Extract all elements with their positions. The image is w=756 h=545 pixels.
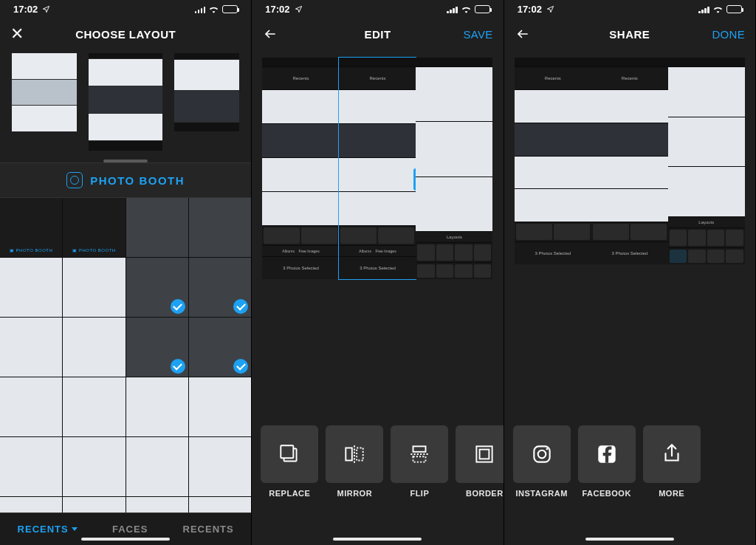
layout-option[interactable] xyxy=(174,53,239,131)
photo-cell[interactable] xyxy=(0,377,62,436)
layout-option[interactable] xyxy=(12,53,77,131)
photo-cell-selected[interactable] xyxy=(189,258,251,317)
layout-option-selected[interactable] xyxy=(89,53,162,151)
photo-cell[interactable] xyxy=(63,377,125,436)
share-tools: INSTAGRAM FACEBOOK MORE xyxy=(504,425,755,498)
save-button[interactable]: SAVE xyxy=(464,28,493,41)
tool-label: INSTAGRAM xyxy=(513,489,571,498)
tool-label: FLIP xyxy=(391,489,448,498)
photo-cell[interactable] xyxy=(63,497,125,513)
svg-rect-2 xyxy=(346,448,353,461)
status-time: 17:02 xyxy=(265,4,289,15)
photo-cell[interactable]: ▣ PHOTO BOOTH xyxy=(63,198,125,257)
status-bar: 17:02 xyxy=(252,0,503,18)
battery-icon xyxy=(222,5,238,13)
collage-column[interactable]: Recents Albums Free Images 3 Photos Sele… xyxy=(262,58,339,279)
tool-replace[interactable] xyxy=(261,425,318,483)
wifi-icon xyxy=(208,4,219,13)
share-facebook[interactable] xyxy=(578,425,636,483)
collage-column-selected[interactable]: Recents Albums Free Images 3 Photos Sele… xyxy=(339,58,416,279)
photo-cell[interactable] xyxy=(0,318,62,377)
tab-recents-active[interactable]: RECENTS xyxy=(18,524,78,535)
photo-cell[interactable]: ▣ PHOTO BOOTH xyxy=(0,198,62,257)
svg-point-12 xyxy=(546,448,548,450)
photo-cell-selected[interactable] xyxy=(126,318,188,377)
location-icon xyxy=(295,5,303,13)
photo-cell[interactable] xyxy=(0,258,62,317)
photo-cell[interactable] xyxy=(0,437,62,496)
back-icon[interactable] xyxy=(515,27,531,41)
page-title: CHOOSE LAYOUT xyxy=(75,28,176,41)
wifi-icon xyxy=(461,4,472,13)
photo-cell[interactable] xyxy=(0,497,62,513)
back-icon[interactable] xyxy=(262,27,278,41)
screen-choose-layout: 17:02 ✕ CHOOSE LAYOUT PHOTO BOOTH ▣ PHOT… xyxy=(0,0,252,545)
collage-column[interactable]: Layouts xyxy=(416,58,492,279)
photo-booth-button[interactable]: PHOTO BOOTH xyxy=(0,162,251,198)
photo-cell[interactable] xyxy=(63,258,125,317)
cell-signal-icon xyxy=(195,5,206,13)
page-title: SHARE xyxy=(609,28,650,41)
collage-column: Recents 3 Photos Selected xyxy=(591,58,668,264)
tool-label: MIRROR xyxy=(326,489,383,498)
photo-grid: ▣ PHOTO BOOTH ▣ PHOTO BOOTH xyxy=(0,198,251,513)
selected-check-icon xyxy=(233,299,248,314)
home-indicator[interactable] xyxy=(585,538,674,541)
screen-edit: 17:02 EDIT SAVE Recents Albums Free Imag… xyxy=(252,0,504,545)
svg-rect-4 xyxy=(357,448,364,461)
photo-cell[interactable] xyxy=(189,437,251,496)
photo-cell[interactable] xyxy=(63,318,125,377)
tool-mirror[interactable] xyxy=(326,425,383,483)
svg-rect-9 xyxy=(480,450,489,459)
photo-cell[interactable] xyxy=(189,198,251,257)
svg-rect-5 xyxy=(413,446,426,451)
battery-icon xyxy=(475,5,490,13)
photo-booth-label: PHOTO BOOTH xyxy=(90,174,185,187)
layout-previews xyxy=(0,50,251,155)
wifi-icon xyxy=(712,4,724,13)
location-icon xyxy=(42,5,50,13)
tool-border[interactable] xyxy=(456,425,504,483)
tool-label: BORDER xyxy=(456,489,504,498)
status-bar: 17:02 xyxy=(0,0,251,18)
collage-column: Recents 3 Photos Selected xyxy=(515,58,591,264)
selected-check-icon xyxy=(171,299,185,314)
photo-cell-selected[interactable] xyxy=(126,258,188,317)
collage-preview: Recents Albums Free Images 3 Photos Sele… xyxy=(252,50,503,287)
selected-check-icon xyxy=(171,359,185,374)
done-button[interactable]: DONE xyxy=(712,28,745,41)
svg-rect-1 xyxy=(281,445,294,458)
photo-cell[interactable] xyxy=(63,437,125,496)
cell-signal-icon xyxy=(447,5,458,13)
location-icon xyxy=(546,5,554,13)
selected-check-icon xyxy=(233,359,248,374)
tool-label: REPLACE xyxy=(261,489,318,498)
photo-cell[interactable] xyxy=(126,437,188,496)
status-bar: 17:02 xyxy=(504,0,755,18)
photo-cell-selected[interactable] xyxy=(189,318,251,377)
home-indicator[interactable] xyxy=(81,538,170,541)
photo-cell[interactable] xyxy=(126,377,188,436)
screen-share: 17:02 SHARE DONE Recents 3 Photos Select… xyxy=(504,0,756,545)
photo-cell[interactable] xyxy=(189,377,251,436)
svg-point-11 xyxy=(537,450,546,459)
tool-label: FACEBOOK xyxy=(578,489,636,498)
page-title: EDIT xyxy=(364,28,391,41)
tab-faces[interactable]: FACES xyxy=(112,524,148,535)
tab-recents[interactable]: RECENTS xyxy=(183,524,234,535)
collage-preview: Recents 3 Photos Selected Recents 3 Phot… xyxy=(504,50,755,272)
cell-signal-icon xyxy=(698,5,709,13)
nav-bar: ✕ CHOOSE LAYOUT xyxy=(0,18,251,50)
photo-cell[interactable] xyxy=(126,497,188,513)
photo-cell[interactable] xyxy=(126,198,188,257)
tool-flip[interactable] xyxy=(391,425,448,483)
nav-bar: EDIT SAVE xyxy=(252,18,503,50)
photo-booth-icon xyxy=(66,172,83,188)
photo-cell[interactable] xyxy=(189,497,251,513)
share-more[interactable] xyxy=(643,425,701,483)
close-icon[interactable]: ✕ xyxy=(10,24,24,44)
home-indicator[interactable] xyxy=(333,538,422,541)
svg-rect-8 xyxy=(477,446,492,462)
share-instagram[interactable] xyxy=(513,425,571,483)
status-time: 17:02 xyxy=(518,4,542,15)
